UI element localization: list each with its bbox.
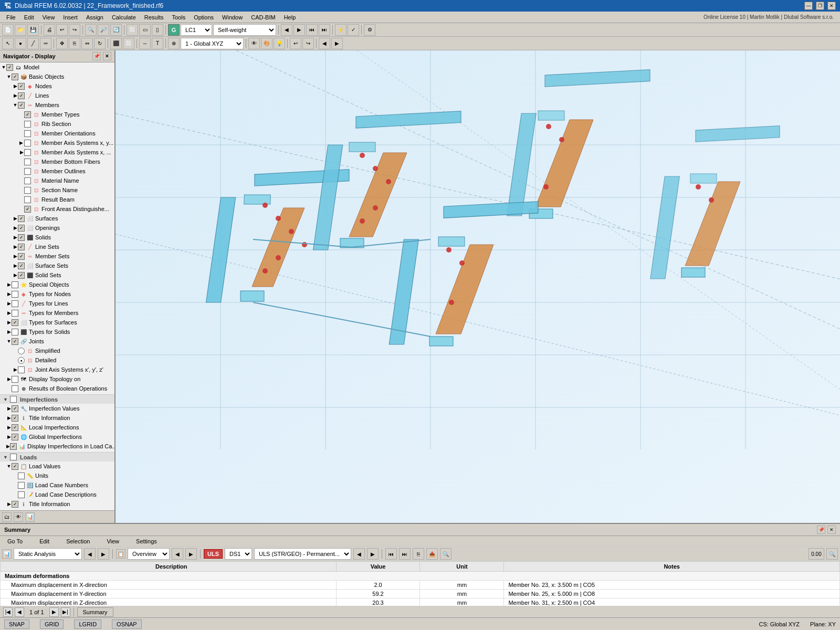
prev-analysis-button[interactable]: ◀ xyxy=(84,548,96,560)
prev-page-button[interactable]: ◀ xyxy=(15,607,24,617)
filter-results-button[interactable]: 🔍 xyxy=(440,548,452,560)
rotate-button[interactable]: 🔄 xyxy=(110,24,122,36)
minimize-button[interactable]: — xyxy=(804,2,813,10)
next-lc-button[interactable]: ▶ xyxy=(293,24,305,36)
tree-material-name[interactable]: ⊡ Material Name xyxy=(0,176,114,185)
osnap-toggle[interactable]: OSNAP xyxy=(112,620,142,629)
export-results-button[interactable]: 📤 xyxy=(426,548,438,560)
undo2-button[interactable]: ↩ xyxy=(290,38,301,49)
result-next-button[interactable]: ⏭ xyxy=(399,548,411,560)
last-lc-button[interactable]: ⏭ xyxy=(319,24,330,36)
tree-members[interactable]: ▼ ═ Members xyxy=(0,100,114,110)
menu-window[interactable]: Window xyxy=(218,13,247,22)
tree-display-imperfections-load[interactable]: ▶ 📊 Display Imperfections in Load Ca... xyxy=(0,442,114,451)
tree-model[interactable]: ▼ 🗂 Model xyxy=(0,62,114,72)
tree-joint-axis[interactable]: ▶ ⊡ Joint Axis Systems x', y', z' xyxy=(0,365,114,374)
value-display-button[interactable]: 0.00 xyxy=(808,548,824,560)
tree-load-case-numbers[interactable]: 🔢 Load Case Numbers xyxy=(0,480,114,490)
next-ds-button[interactable]: ▶ xyxy=(367,548,379,560)
copy-results-button[interactable]: ⎘ xyxy=(413,548,424,560)
tree-surfaces[interactable]: ▶ ⬜ Surfaces xyxy=(0,214,114,223)
restore-button[interactable]: ❐ xyxy=(816,2,824,10)
next-page-button[interactable]: ▶ xyxy=(49,607,59,617)
tree-load-values[interactable]: ▼ 📋 Load Values xyxy=(0,461,114,471)
analysis-type-selector[interactable]: Static Analysis xyxy=(14,548,82,560)
line-button[interactable]: ╱ xyxy=(27,38,39,49)
summary-menu-edit[interactable]: Edit xyxy=(35,537,54,545)
tree-member-outlines[interactable]: ⊡ Member Outlines xyxy=(0,166,114,176)
first-lc-button[interactable]: ⏮ xyxy=(306,24,318,36)
annotate-button[interactable]: T xyxy=(152,38,163,49)
redo2-button[interactable]: ↪ xyxy=(302,38,314,49)
calc-button[interactable]: ⚡ xyxy=(335,24,346,36)
tree-local-imperfections[interactable]: ▶ 📐 Local Imperfections xyxy=(0,423,114,432)
ds-selector[interactable]: DS1 xyxy=(225,548,252,560)
solid-button[interactable]: ⬜ xyxy=(123,38,134,49)
prev-overview-button[interactable]: ◀ xyxy=(172,548,183,560)
tree-global-imperfections[interactable]: ▶ 🌐 Global Imperfections xyxy=(0,432,114,442)
menu-cadbim[interactable]: CAD-BIM xyxy=(247,13,279,22)
next-overview-button[interactable]: ▶ xyxy=(185,548,197,560)
prev-view-button[interactable]: ◀ xyxy=(319,38,330,49)
tree-nodes[interactable]: ▶ ◆ Nodes xyxy=(0,81,114,91)
tree-lines[interactable]: ▶ ╱ Lines xyxy=(0,91,114,100)
save-button[interactable]: 💾 xyxy=(27,24,39,36)
viewport-3d[interactable] xyxy=(116,50,840,523)
menu-tools[interactable]: Tools xyxy=(167,13,190,22)
load-case-selector[interactable]: LC1 xyxy=(181,24,212,36)
search-summary-button[interactable]: 🔍 xyxy=(826,548,838,560)
tree-special-objects[interactable]: ▶ ⭐ Special Objects xyxy=(0,280,114,289)
color-button[interactable]: 🎨 xyxy=(261,38,272,49)
overview-selector[interactable]: Overview xyxy=(128,548,170,560)
tree-result-beam[interactable]: ⊡ Result Beam xyxy=(0,195,114,204)
view-side-button[interactable]: ▯ xyxy=(152,24,163,36)
zoom-out-button[interactable]: 🔎 xyxy=(98,24,109,36)
tree-solid-sets[interactable]: ▶ ⬛ Solid Sets xyxy=(0,270,114,280)
nav-close-button[interactable]: ✕ xyxy=(103,52,111,60)
nav-pin-button[interactable]: 📌 xyxy=(92,52,101,60)
tree-types-for-lines[interactable]: ▶ ╱ Types for Lines xyxy=(0,299,114,308)
lgrid-toggle[interactable]: LGRID xyxy=(74,620,101,629)
next-analysis-button[interactable]: ▶ xyxy=(98,548,109,560)
redo-button[interactable]: ↪ xyxy=(69,24,80,36)
summary-tab[interactable]: Summary xyxy=(77,607,113,617)
view-front-button[interactable]: ▭ xyxy=(139,24,151,36)
nav-eye-button[interactable]: 👁 xyxy=(14,512,23,522)
tree-solids[interactable]: ▶ ⬛ Solids xyxy=(0,233,114,242)
summary-close-button[interactable]: ✕ xyxy=(827,526,836,534)
tree-results-boolean[interactable]: ⊕ Results of Boolean Operations xyxy=(0,384,114,393)
new-button[interactable]: 📄 xyxy=(2,24,14,36)
result-prev-button[interactable]: ⏮ xyxy=(385,548,397,560)
tree-units[interactable]: 📏 Units xyxy=(0,471,114,480)
prev-ds-button[interactable]: ◀ xyxy=(353,548,365,560)
menu-calculate[interactable]: Calculate xyxy=(108,13,140,22)
tree-section-name[interactable]: ⊡ Section Name xyxy=(0,185,114,195)
nav-model-button[interactable]: 🗂 xyxy=(2,512,12,522)
summary-pin-button[interactable]: 📌 xyxy=(817,526,825,534)
tree-display-topology[interactable]: ▶ 🗺 Display Topology on xyxy=(0,374,114,384)
tree-member-bottom-fibers[interactable]: ⊡ Member Bottom Fibers xyxy=(0,157,114,166)
snap-toggle[interactable]: SNAP xyxy=(4,620,29,629)
summary-menu-goto[interactable]: Go To xyxy=(3,537,27,545)
tree-imperfection-values[interactable]: ▶ 🔧 Imperfection Values xyxy=(0,404,114,413)
prev-lc-button[interactable]: ◀ xyxy=(281,24,292,36)
tree-title-info-imp[interactable]: ▶ ℹ Title Information xyxy=(0,413,114,423)
rotate3d-button[interactable]: ↻ xyxy=(94,38,106,49)
menu-edit[interactable]: Edit xyxy=(20,13,38,22)
open-button[interactable]: 📁 xyxy=(15,24,26,36)
ds-desc-selector[interactable]: ULS (STR/GEO) - Permanent... xyxy=(254,548,351,560)
menu-results[interactable]: Results xyxy=(140,13,168,22)
tree-simplified[interactable]: ⊡ Simplified xyxy=(0,346,114,355)
display-button[interactable]: 👁 xyxy=(248,38,260,49)
next-view-button[interactable]: ▶ xyxy=(331,38,343,49)
summary-menu-settings[interactable]: Settings xyxy=(132,537,161,545)
tree-rib-section[interactable]: ⊡ Rib Section xyxy=(0,119,114,129)
move-button[interactable]: ✥ xyxy=(56,38,68,49)
tree-basic-objects[interactable]: ▼ 📦 Basic Objects xyxy=(0,72,114,81)
tree-load-case-descriptions[interactable]: 📝 Load Case Descriptions xyxy=(0,490,114,499)
dimension-button[interactable]: ↔ xyxy=(139,38,151,49)
coord-sys-selector[interactable]: 1 - Global XYZ xyxy=(181,38,244,49)
grid-toggle[interactable]: GRID xyxy=(40,620,64,629)
print-button[interactable]: 🖨 xyxy=(44,24,55,36)
member-button[interactable]: ═ xyxy=(40,38,51,49)
